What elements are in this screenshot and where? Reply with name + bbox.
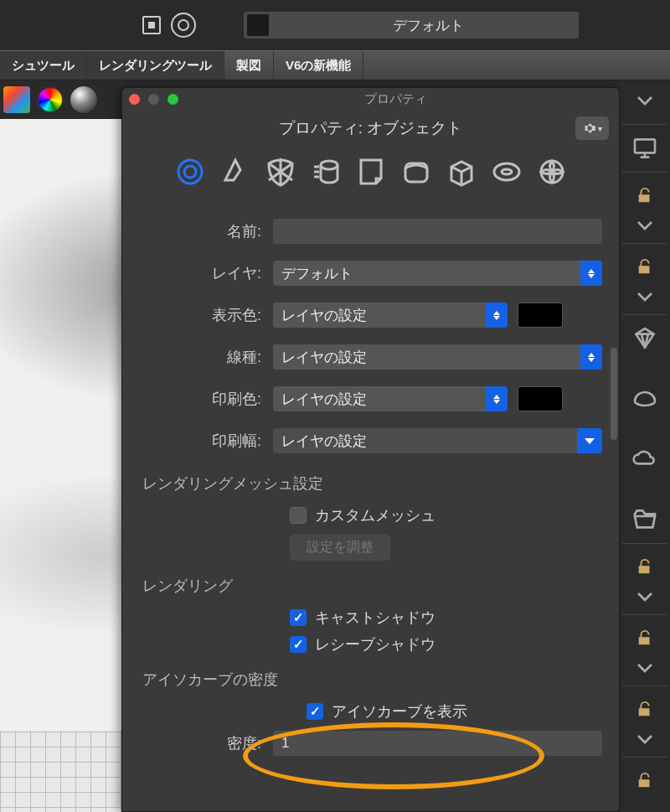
cylinder-lines-icon[interactable]: [309, 155, 343, 192]
dock-chevron-icon[interactable]: [628, 587, 662, 606]
left-icon-row: [0, 80, 121, 119]
square-dot-icon[interactable]: [142, 16, 161, 34]
density-input[interactable]: 1: [273, 731, 602, 756]
layer-select-value: デフォルト: [281, 264, 353, 283]
hat-icon[interactable]: [628, 384, 662, 414]
diamond-icon[interactable]: [628, 323, 662, 354]
tab-drafting[interactable]: 製図: [224, 51, 274, 80]
show-isocurve-label: アイソカーブを表示: [332, 701, 467, 721]
lock-icon[interactable]: [628, 552, 662, 582]
properties-panel: プロパティ プロパティ: オブジェクト ▾ 名前: レイヤ: デフォルト: [121, 87, 620, 812]
display-color-swatch[interactable]: [518, 303, 563, 328]
tab-mesh-tools[interactable]: シュツール: [0, 51, 87, 80]
layer-dropdown-label: デフォルト: [277, 16, 579, 35]
panel-options-button[interactable]: ▾: [575, 116, 609, 140]
viewport-grid: [0, 731, 121, 812]
dock-chevron-icon[interactable]: [628, 85, 662, 116]
box-rounded-icon[interactable]: [399, 155, 433, 192]
chevron-updown-icon: [486, 303, 508, 328]
chevron-updown-icon: [580, 261, 602, 286]
panel-header: プロパティ: オブジェクト ▾: [122, 110, 619, 147]
dock-chevron-icon[interactable]: [628, 287, 662, 306]
row-layer: レイヤ: デフォルト: [139, 252, 602, 294]
property-tabs: [122, 147, 619, 207]
print-width-value: レイヤの設定: [281, 432, 367, 451]
svg-point-4: [494, 163, 519, 180]
label-display-color: 表示色:: [139, 305, 273, 325]
gradient-material-icon[interactable]: [3, 86, 30, 113]
label-linetype: 線種:: [139, 347, 273, 367]
lock-icon[interactable]: [628, 181, 662, 211]
scrollbar[interactable]: [611, 348, 617, 440]
label-print-color: 印刷色:: [139, 389, 273, 409]
lock-icon[interactable]: [628, 623, 662, 654]
cloud-icon[interactable]: [628, 444, 662, 474]
custom-mesh-checkbox[interactable]: [290, 507, 307, 524]
label-print-width: 印刷幅:: [139, 431, 273, 451]
gear-icon: [583, 122, 596, 135]
name-input[interactable]: [273, 219, 602, 244]
dock-chevron-icon[interactable]: [628, 216, 662, 235]
linetype-value: レイヤの設定: [281, 348, 367, 367]
row-linetype: 線種: レイヤの設定: [139, 336, 602, 378]
display-color-value: レイヤの設定: [281, 306, 367, 325]
torus-icon[interactable]: [490, 155, 523, 192]
tab-v6-new[interactable]: V6の新機能: [274, 51, 363, 80]
linetype-select[interactable]: レイヤの設定: [273, 344, 602, 370]
cast-shadow-checkbox[interactable]: [290, 609, 307, 626]
close-icon[interactable]: [129, 94, 140, 105]
row-density: 密度: 1: [139, 725, 602, 762]
row-receive-shadow: レシーブシャドウ: [139, 631, 602, 658]
traffic-lights: [129, 94, 178, 105]
rosette-icon[interactable]: [535, 155, 569, 192]
box-perspective-icon[interactable]: [445, 155, 478, 192]
viewport[interactable]: [0, 119, 121, 812]
lock-icon[interactable]: [628, 252, 662, 282]
tab-render-tools[interactable]: レンダリングツール: [87, 51, 224, 80]
row-print-color: 印刷色: レイヤの設定: [139, 378, 602, 420]
receive-shadow-label: レシーブシャドウ: [315, 634, 436, 654]
color-wheel-icon[interactable]: [37, 86, 64, 113]
label-density: 密度:: [139, 733, 273, 753]
zoom-icon[interactable]: [168, 94, 178, 105]
form-body: 名前: レイヤ: デフォルト 表示色: レイヤの設定 線種: レイヤの設定: [122, 207, 619, 762]
minimize-icon[interactable]: [148, 94, 159, 105]
panel-titlebar[interactable]: プロパティ: [122, 88, 619, 110]
show-isocurve-checkbox[interactable]: [307, 703, 323, 720]
layer-dropdown[interactable]: デフォルト: [244, 12, 579, 39]
layer-select[interactable]: デフォルト: [273, 261, 602, 286]
texture-tab-icon[interactable]: [264, 155, 297, 192]
top-bar: デフォルト: [0, 0, 670, 50]
toolbar-tabs: シュツール レンダリングツール 製図 V6の新機能: [0, 50, 670, 80]
note-tab-icon[interactable]: [354, 155, 388, 192]
print-color-select[interactable]: レイヤの設定: [273, 386, 508, 411]
chevron-down-icon: [577, 428, 602, 453]
monitor-icon[interactable]: [628, 133, 662, 163]
receive-shadow-checkbox[interactable]: [290, 636, 307, 653]
material-tab-icon[interactable]: [219, 155, 252, 192]
cast-shadow-label: キャストシャドウ: [315, 608, 436, 628]
row-print-width: 印刷幅: レイヤの設定: [139, 420, 602, 462]
sphere-material-icon[interactable]: [70, 86, 97, 113]
object-tab-icon[interactable]: [173, 155, 207, 192]
left-area: [0, 80, 121, 812]
dock-chevron-icon[interactable]: [628, 659, 662, 677]
display-color-select[interactable]: レイヤの設定: [273, 303, 508, 328]
section-isocurve-density: アイソカーブの密度: [139, 658, 602, 698]
layer-color-swatch: [247, 14, 269, 36]
svg-point-1: [184, 166, 196, 178]
chevron-updown-icon: [580, 344, 602, 370]
print-color-swatch[interactable]: [518, 386, 563, 411]
lock-icon[interactable]: [628, 766, 662, 796]
circle-icon[interactable]: [171, 13, 196, 38]
folder-open-icon[interactable]: [628, 504, 662, 535]
right-dock: [620, 80, 670, 812]
print-width-select[interactable]: レイヤの設定: [273, 428, 602, 453]
row-cast-shadow: キャストシャドウ: [139, 604, 602, 631]
row-display-color: 表示色: レイヤの設定: [139, 294, 602, 336]
dock-chevron-icon[interactable]: [628, 730, 662, 748]
section-rendering: レンダリング: [139, 564, 602, 604]
lock-icon[interactable]: [628, 695, 662, 725]
svg-rect-7: [635, 139, 655, 153]
section-render-mesh: レンダリングメッシュ設定: [139, 462, 602, 502]
